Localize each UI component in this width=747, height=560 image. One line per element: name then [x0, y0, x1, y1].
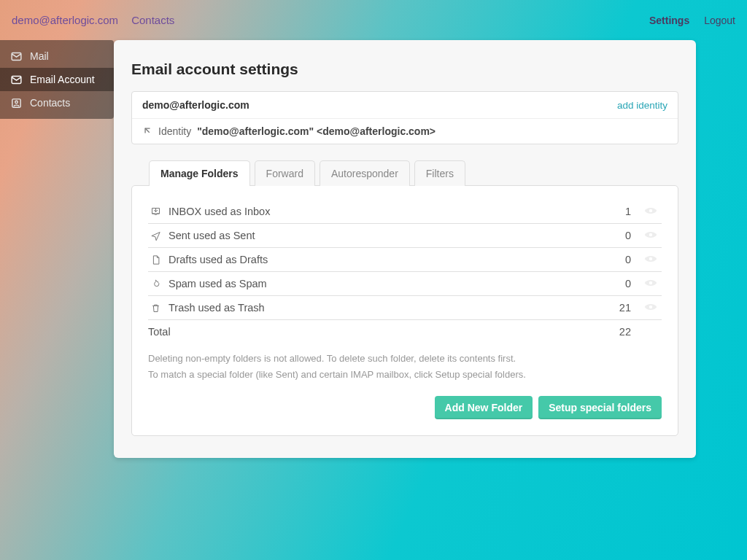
eye-icon	[644, 206, 657, 217]
eye-icon	[644, 230, 657, 241]
folder-count: 0	[625, 254, 640, 265]
visibility-toggle[interactable]	[640, 302, 662, 314]
sidebar-item-label: Contacts	[30, 97, 70, 109]
tab-forward[interactable]: Forward	[255, 160, 315, 186]
folder-row[interactable]: INBOX used as Inbox1	[148, 199, 662, 223]
eye-icon	[644, 278, 657, 289]
visibility-toggle[interactable]	[640, 254, 662, 265]
identity-row[interactable]: Identity "demo@afterlogic.com" <demo@aft…	[132, 119, 678, 144]
topbar-settings-link[interactable]: Settings	[649, 15, 689, 26]
tabs: Manage Folders Forward Autoresponder Fil…	[149, 160, 678, 186]
sidebar-item-label: Email Account	[30, 74, 95, 85]
topbar-user-link[interactable]: demo@afterlogic.com	[12, 14, 118, 26]
folder-count: 1	[625, 206, 640, 217]
sidebar-item-label: Mail	[30, 50, 49, 62]
button-row: Add New Folder Setup special folders	[148, 396, 662, 419]
eye-icon	[644, 254, 657, 265]
folder-name: Drafts used as Drafts	[169, 254, 268, 265]
account-row: demo@afterlogic.com add identity	[132, 92, 678, 119]
folder-name: INBOX used as Inbox	[169, 206, 270, 217]
tab-filters[interactable]: Filters	[414, 160, 465, 186]
setup-special-folders-button[interactable]: Setup special folders	[538, 396, 662, 419]
folder-row[interactable]: Drafts used as Drafts0	[148, 247, 662, 271]
identity-prefix: Identity	[158, 125, 191, 137]
tab-autoresponder[interactable]: Autoresponder	[320, 160, 410, 186]
account-box: demo@afterlogic.com add identity Identit…	[131, 91, 678, 144]
mail-icon	[10, 50, 23, 63]
main: Mail Email Account Contacts Email accoun…	[0, 40, 747, 458]
topbar-logout-link[interactable]: Logout	[704, 15, 735, 26]
svg-point-5	[649, 233, 653, 237]
send-icon	[148, 230, 163, 242]
topbar-contacts-link[interactable]: Contacts	[131, 14, 174, 26]
folder-count: 21	[619, 302, 640, 314]
folder-count: 0	[625, 230, 640, 241]
sidebar-item-mail[interactable]: Mail	[0, 44, 114, 68]
svg-point-8	[649, 306, 653, 309]
folder-row[interactable]: Spam used as Spam0	[148, 271, 662, 295]
identity-value: "demo@afterlogic.com" <demo@afterlogic.c…	[197, 125, 436, 137]
page-title: Email account settings	[131, 61, 678, 78]
folder-count: 0	[625, 278, 640, 289]
sidebar: Mail Email Account Contacts	[0, 40, 114, 119]
folder-total-row: Total 22	[148, 319, 662, 343]
tab-panel-manage-folders: INBOX used as Inbox1Sent used as Sent0Dr…	[131, 185, 678, 436]
sidebar-item-contacts[interactable]: Contacts	[0, 91, 114, 114]
account-email: demo@afterlogic.com	[142, 99, 249, 111]
add-identity-link[interactable]: add identity	[617, 100, 667, 111]
folder-row[interactable]: Trash used as Trash21	[148, 295, 662, 319]
tab-manage-folders[interactable]: Manage Folders	[149, 160, 250, 186]
flame-icon	[148, 278, 163, 290]
eye-icon	[644, 302, 657, 314]
svg-point-7	[649, 281, 653, 285]
total-label: Total	[148, 326, 171, 338]
folder-row[interactable]: Sent used as Sent0	[148, 223, 662, 247]
hint-line: Deleting non-empty folders is not allowe…	[148, 351, 662, 367]
add-new-folder-button[interactable]: Add New Folder	[435, 396, 533, 419]
svg-point-4	[649, 209, 653, 212]
mail-icon	[10, 74, 23, 86]
folder-list: INBOX used as Inbox1Sent used as Sent0Dr…	[148, 199, 662, 319]
trash-icon	[148, 302, 163, 314]
svg-point-6	[649, 257, 653, 261]
file-icon	[148, 254, 163, 266]
inbox-icon	[148, 205, 163, 217]
hint-line: To match a special folder (like Sent) an…	[148, 367, 662, 383]
visibility-toggle[interactable]	[640, 278, 662, 289]
folder-name: Sent used as Sent	[169, 230, 255, 241]
folder-name: Trash used as Trash	[169, 302, 265, 314]
hints: Deleting non-empty folders is not allowe…	[148, 351, 662, 383]
visibility-toggle[interactable]	[640, 206, 662, 217]
settings-panel: Email account settings demo@afterlogic.c…	[114, 40, 696, 458]
identity-expand-icon	[142, 125, 152, 137]
folder-name: Spam used as Spam	[169, 278, 267, 289]
visibility-toggle[interactable]	[640, 230, 662, 241]
topbar: demo@afterlogic.com Contacts Settings Lo…	[0, 0, 747, 40]
sidebar-item-email-account[interactable]: Email Account	[0, 68, 114, 91]
contacts-icon	[10, 97, 23, 109]
svg-point-3	[15, 101, 18, 104]
total-count: 22	[619, 326, 662, 338]
